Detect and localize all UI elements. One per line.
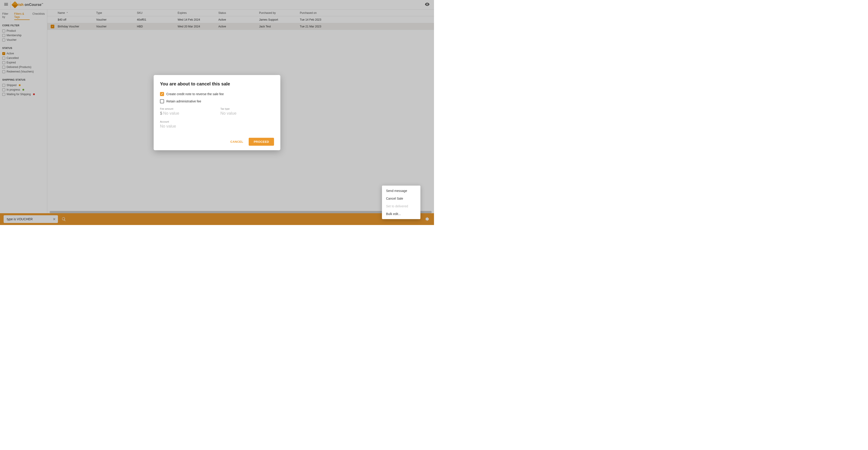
account-field[interactable]: Account No value [160, 120, 214, 129]
context-menu: Send message Cancel Sale Set to delivere… [382, 186, 421, 219]
checkbox-icon [160, 99, 164, 103]
dialog-title: You are about to cancel this sale [160, 81, 274, 87]
fee-amount-field[interactable]: Fee amount $No value [160, 107, 214, 116]
proceed-button[interactable]: PROCEED [249, 138, 274, 146]
menu-send-message[interactable]: Send message [382, 187, 421, 195]
check-admin-fee[interactable]: Retain administrative fee [160, 99, 274, 103]
field-label: Fee amount [160, 107, 214, 110]
cancel-sale-dialog: You are about to cancel this sale Create… [154, 75, 280, 150]
check-credit-note[interactable]: Create credit note to reverse the sale f… [160, 92, 274, 96]
field-value: No value [160, 124, 176, 129]
field-label: Account [160, 120, 214, 123]
menu-set-delivered: Set to delivered [382, 202, 421, 210]
cancel-button[interactable]: CANCEL [229, 138, 245, 146]
currency-symbol: $ [160, 111, 162, 116]
field-value: No value [220, 111, 237, 116]
checkbox-icon [160, 92, 164, 96]
menu-bulk-edit[interactable]: Bulk edit... [382, 210, 421, 218]
modal-overlay: You are about to cancel this sale Create… [0, 0, 434, 225]
menu-cancel-sale[interactable]: Cancel Sale [382, 195, 421, 202]
field-value: No value [163, 111, 179, 116]
field-label: Tax type [220, 107, 274, 110]
tax-type-field[interactable]: Tax type No value [220, 107, 274, 116]
